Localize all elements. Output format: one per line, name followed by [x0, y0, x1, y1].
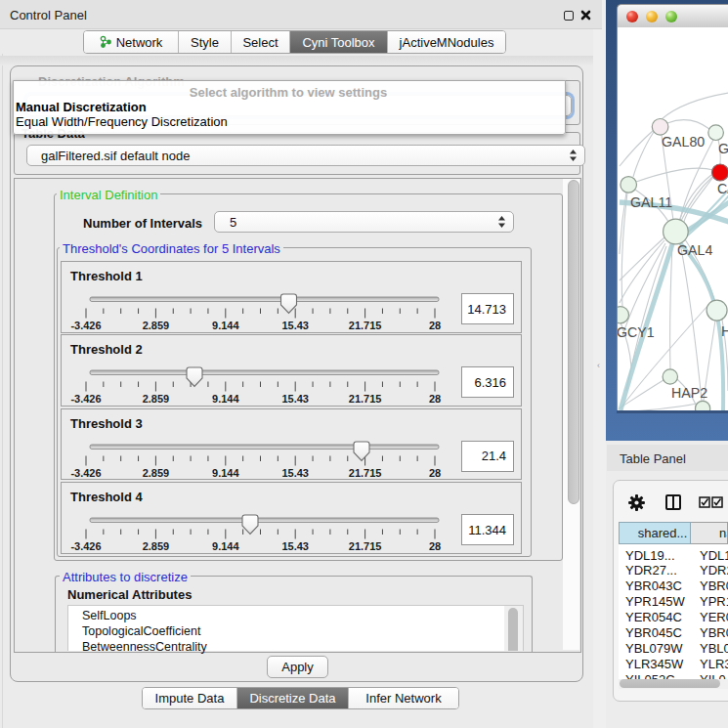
svg-text:15.43: 15.43 — [281, 466, 309, 478]
svg-text:21.715: 21.715 — [349, 320, 382, 331]
svg-text:-3.426: -3.426 — [70, 466, 101, 478]
svg-text:2.859: 2.859 — [143, 393, 170, 405]
svg-text:28: 28 — [429, 466, 441, 478]
svg-text:-3.426: -3.426 — [70, 393, 101, 405]
svg-text:GA: GA — [718, 141, 728, 156]
svg-text:15.43: 15.43 — [281, 540, 309, 552]
svg-text:15.43: 15.43 — [281, 320, 309, 331]
svg-text:21.715: 21.715 — [349, 393, 382, 405]
svg-text:HAP2: HAP2 — [671, 385, 707, 401]
svg-text:2.859: 2.859 — [143, 540, 170, 552]
svg-text:21.715: 21.715 — [349, 540, 382, 552]
svg-text:GAL4: GAL4 — [677, 242, 712, 258]
svg-text:15.43: 15.43 — [281, 393, 309, 405]
svg-text:28: 28 — [429, 320, 441, 331]
svg-text:GCY1: GCY1 — [618, 324, 655, 340]
svg-text:2.859: 2.859 — [143, 320, 170, 331]
svg-text:-3.426: -3.426 — [70, 540, 101, 552]
svg-text:HA: HA — [721, 323, 728, 339]
svg-text:9.144: 9.144 — [212, 466, 239, 478]
svg-text:9.144: 9.144 — [212, 540, 239, 552]
svg-text:GAL11: GAL11 — [630, 194, 672, 210]
svg-text:28: 28 — [429, 540, 441, 552]
svg-text:CA: CA — [717, 181, 728, 196]
svg-text:GAL80: GAL80 — [662, 134, 705, 150]
svg-text:-3.426: -3.426 — [70, 320, 101, 331]
svg-text:9.144: 9.144 — [212, 320, 239, 331]
svg-text:21.715: 21.715 — [349, 466, 382, 478]
svg-text:9.144: 9.144 — [212, 393, 239, 405]
svg-text:2.859: 2.859 — [143, 466, 170, 478]
svg-text:28: 28 — [429, 393, 441, 405]
